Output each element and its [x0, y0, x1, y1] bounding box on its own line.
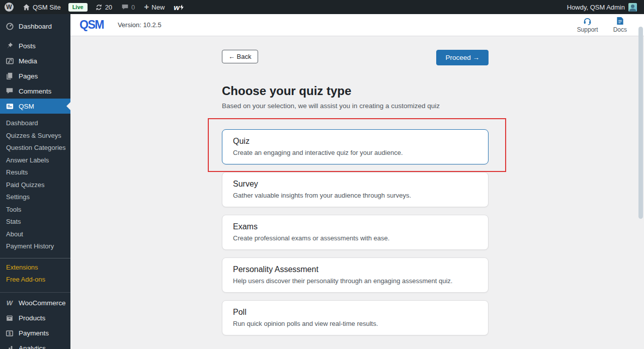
new-label: New	[151, 4, 165, 11]
quiz-type-title: Quiz	[233, 136, 477, 146]
howdy-text[interactable]: Howdy, QSM Admin	[567, 4, 625, 11]
quiz-type-title: Exams	[233, 222, 477, 232]
updates-menu[interactable]: 20	[91, 0, 117, 14]
support-button[interactable]: Support	[577, 17, 598, 33]
sidebar-item-media[interactable]: Media	[0, 53, 70, 68]
page-scrollbar-thumb[interactable]	[638, 27, 643, 219]
sidebar-label: Dashboard	[19, 23, 52, 30]
comment-count: 0	[131, 4, 135, 11]
qsm-promo-item[interactable]: Extensions	[0, 261, 70, 274]
home-icon	[23, 4, 30, 11]
quiz-type-card[interactable]: Exams Create professional exams or asses…	[222, 215, 489, 250]
wp-admin-sidebar: Dashboard Posts Media Pages Comments	[0, 14, 70, 349]
quiz-type-list: Quiz Create an engaging and interactive …	[222, 129, 489, 335]
wp-logo-menu[interactable]: W	[0, 0, 18, 14]
lightning-icon	[180, 5, 184, 10]
product-box-icon	[5, 314, 14, 323]
quiz-type-title: Personality Assessment	[233, 265, 477, 275]
sidebar-item-dashboard[interactable]: Dashboard	[0, 19, 70, 34]
page-subtitle: Based on your selection, we will assist …	[222, 102, 489, 110]
media-icon	[5, 56, 14, 65]
qsm-submenu-item[interactable]: Paid Quizzes	[0, 179, 70, 192]
wp-rocket-icon: w	[174, 3, 179, 12]
proceed-button[interactable]: Proceed →	[436, 50, 489, 65]
sidebar-label: Analytics	[19, 344, 46, 349]
sidebar-divider	[0, 292, 70, 293]
sidebar-label: Comments	[19, 88, 51, 95]
back-button[interactable]: ← Back	[222, 50, 258, 63]
page-title: Choose your quiz type	[222, 84, 489, 98]
qsm-submenu-item[interactable]: Answer Labels	[0, 154, 70, 167]
update-count: 20	[105, 4, 112, 11]
qsm-submenu-item[interactable]: Tools	[0, 204, 70, 216]
pages-icon	[5, 71, 14, 80]
sidebar-label: WooCommerce	[19, 299, 66, 307]
svg-text:$: $	[9, 331, 11, 336]
document-icon	[616, 17, 624, 25]
qsm-logo: QSM	[79, 18, 104, 32]
site-name: QSM Site	[33, 4, 61, 11]
submenu-divider	[0, 258, 70, 258]
sidebar-item-comments[interactable]: Comments	[0, 83, 70, 99]
live-status-badge: Live	[68, 3, 88, 12]
comments-menu[interactable]: 0	[117, 0, 139, 14]
wizard-toolbar: ← Back Proceed →	[222, 50, 489, 65]
sidebar-item-posts[interactable]: Posts	[0, 38, 70, 53]
sidebar-label: Media	[19, 57, 37, 65]
quiz-type-description: Create an engaging and interactive quiz …	[233, 149, 477, 157]
wp-rocket-menu[interactable]: w	[169, 0, 188, 14]
bar-chart-icon	[5, 344, 14, 349]
version-text: Version: 10.2.5	[118, 21, 162, 29]
sidebar-item-products[interactable]: Products	[0, 311, 70, 326]
speech-bubble-icon	[5, 86, 14, 96]
quiz-type-card[interactable]: Survey Gather valuable insights from you…	[222, 172, 489, 207]
qsm-submenu-item[interactable]: Quizzes & Surveys	[0, 130, 70, 142]
user-avatar[interactable]	[628, 3, 637, 12]
sidebar-item-analytics[interactable]: Analytics	[0, 341, 70, 349]
qsm-submenu-item[interactable]: Question Categories	[0, 142, 70, 154]
wordpress-logo-icon: W	[5, 3, 14, 12]
sidebar-label: QSM	[19, 103, 34, 110]
quiz-type-card[interactable]: Poll Run quick opinion polls and view re…	[222, 300, 489, 335]
sidebar-item-payments[interactable]: $ Payments	[0, 326, 70, 341]
sidebar-label: Payments	[19, 329, 49, 337]
site-menu[interactable]: QSM Site	[18, 0, 65, 14]
docs-button[interactable]: Docs	[613, 17, 627, 33]
quiz-type-description: Help users discover their personality th…	[233, 277, 477, 285]
sidebar-label: Pages	[19, 72, 38, 80]
sidebar-item-qsm[interactable]: QSM	[0, 99, 70, 114]
sidebar-label: Posts	[19, 42, 36, 50]
new-content-menu[interactable]: + New	[139, 0, 169, 14]
app-window: W QSM Site Live 20 0 + New w	[0, 0, 644, 349]
quiz-type-description: Create professional exams or assessments…	[233, 234, 477, 242]
quiz-type-title: Poll	[233, 307, 477, 317]
sidebar-item-woocommerce[interactable]: W WooCommerce	[0, 296, 70, 311]
qsm-promo-item[interactable]: Free Add-ons	[0, 274, 70, 286]
comment-bubble-icon	[121, 4, 129, 11]
wp-admin-bar: W QSM Site Live 20 0 + New w	[0, 0, 644, 14]
qsm-form-icon	[5, 102, 14, 111]
qsm-submenu-item[interactable]: Payment History	[0, 240, 70, 253]
qsm-header-bar: QSM Version: 10.2.5 Support Docs	[70, 14, 644, 36]
woocommerce-icon: W	[5, 299, 14, 308]
headset-icon	[583, 17, 592, 25]
qsm-submenu-item[interactable]: Results	[0, 166, 70, 179]
sidebar-item-pages[interactable]: Pages	[0, 68, 70, 83]
update-icon	[95, 4, 103, 11]
qsm-submenu-item[interactable]: Stats	[0, 216, 70, 228]
qsm-submenu-item[interactable]: Settings	[0, 191, 70, 204]
quiz-type-card[interactable]: Quiz Create an engaging and interactive …	[222, 129, 489, 164]
qsm-promo-links: Extensions Free Add-ons	[0, 260, 70, 288]
quiz-type-card[interactable]: Personality Assessment Help users discov…	[222, 257, 489, 293]
pushpin-icon	[5, 41, 14, 50]
quiz-type-description: Run quick opinion polls and view real-ti…	[233, 320, 477, 328]
payments-icon: $	[5, 329, 14, 338]
qsm-submenu: Dashboard Quizzes & Surveys Question Cat…	[0, 114, 70, 255]
docs-label: Docs	[613, 26, 627, 33]
content-area: ← Back Proceed → Choose your quiz type B…	[70, 36, 644, 349]
qsm-submenu-item[interactable]: Dashboard	[0, 117, 70, 130]
support-label: Support	[577, 26, 598, 33]
qsm-submenu-item[interactable]: About	[0, 228, 70, 241]
dashboard-gauge-icon	[5, 22, 14, 31]
quiz-type-title: Survey	[233, 179, 477, 189]
